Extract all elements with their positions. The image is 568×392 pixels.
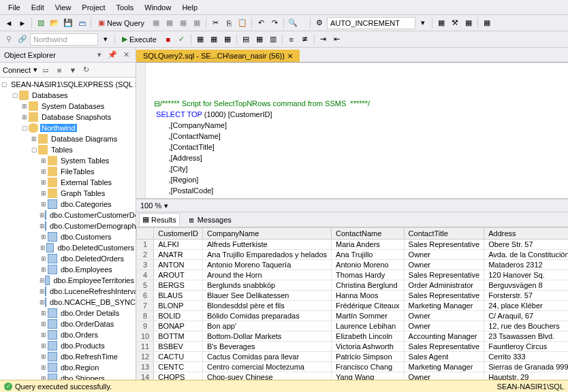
cut-button[interactable]: ✂ [209, 17, 221, 29]
tree-table-item[interactable]: ⊞dbo.Employees [0, 264, 136, 275]
tree-table-item[interactable]: ⊞dbo.NCACHE_DB_SYNC [0, 297, 136, 308]
mdx-query-button[interactable]: ▦ [163, 17, 176, 29]
table-row[interactable]: 10BOTTMBottom-Dollar MarketsElizabeth Li… [137, 331, 569, 342]
sql-editor[interactable]: ⊟/****** Script for SelectTopNRows comma… [136, 63, 568, 199]
menu-project[interactable]: Project [76, 1, 110, 14]
menu-file[interactable]: File [3, 1, 26, 14]
dropdown-icon[interactable]: ▾ [95, 50, 104, 59]
new-item-button[interactable]: ▧ [35, 17, 47, 29]
paste-button[interactable]: 📋 [236, 17, 249, 29]
tree-northwind[interactable]: ▢Northwind [0, 122, 136, 133]
column-header[interactable]: ContactName [332, 228, 405, 240]
menu-view[interactable]: View [50, 1, 77, 14]
tree-table-item[interactable]: ⊞dbo.Shippers [0, 373, 136, 380]
execute-button[interactable]: ▶Execute [118, 33, 161, 45]
dropdown-button[interactable]: ▾ [417, 17, 429, 29]
db-engine-query-button[interactable]: ▦ [150, 17, 162, 29]
tool2-button[interactable]: ⚒ [449, 17, 461, 29]
new-query-button[interactable]: ▣New Query [94, 17, 148, 29]
refresh-button[interactable]: ↻ [81, 65, 92, 76]
tree-table-item[interactable]: ⊞dbo.EmployeeTerritories [0, 275, 136, 286]
stop-button[interactable]: ■ [162, 33, 174, 46]
back-button[interactable]: ◄ [3, 17, 15, 29]
include-plan-button[interactable]: ▦ [208, 33, 220, 46]
xmla-query-button[interactable]: ▦ [191, 17, 203, 29]
open-button[interactable]: 📂 [48, 17, 61, 29]
zoom-level[interactable]: 100 % [140, 201, 161, 210]
table-row[interactable]: 11BSBEVB's BeveragesVictoria AshworthSal… [137, 342, 569, 352]
save-all-button[interactable]: 🗃 [76, 17, 88, 29]
table-row[interactable]: 14CHOPSChop-suey ChineseYang WangOwnerHa… [137, 372, 569, 380]
tree-databases[interactable]: ▢Databases [0, 90, 136, 101]
column-header[interactable]: ContactTitle [404, 228, 484, 240]
tool1-button[interactable]: ▦ [435, 17, 447, 29]
table-row[interactable]: 3ANTONAntonio Moreno TaqueríaAntonio Mor… [137, 260, 569, 270]
change-conn-btn[interactable]: 🔗 [16, 33, 29, 46]
tree-graphtables[interactable]: ⊞Graph Tables [0, 188, 136, 199]
tab-results[interactable]: ▦Results [139, 213, 180, 226]
menu-window[interactable]: Window [139, 1, 176, 14]
table-row[interactable]: 9BONAPBon app'Laurence LebihanOwner12, r… [137, 321, 569, 331]
table-row[interactable]: 5BERGSBerglunds snabbköpChristina Berglu… [137, 280, 569, 291]
column-header[interactable]: Address [484, 228, 568, 240]
database-selector[interactable] [30, 33, 98, 46]
menu-tools[interactable]: Tools [111, 1, 140, 14]
table-row[interactable]: 13CENTCCentro comercial MoctezumaFrancis… [137, 362, 569, 372]
table-row[interactable]: 1ALFKIAlfreds FutterkisteMaria AndersSal… [137, 240, 569, 250]
table-row[interactable]: 2ANATRAna Trujillo Emparedados y helados… [137, 250, 569, 260]
menu-edit[interactable]: Edit [26, 1, 50, 14]
column-header[interactable]: CustomerID [154, 228, 203, 240]
tree-table-item[interactable]: ⊞dbo.Order Details [0, 308, 136, 318]
tree-table-item[interactable]: ⊞dbo.Products [0, 340, 136, 351]
results-text-button[interactable]: ▤ [240, 33, 252, 46]
table-row[interactable]: 4AROUTAround the HornThomas HardySales R… [137, 270, 569, 280]
tree-table-item[interactable]: ⊞dbo.Categories [0, 199, 136, 210]
tree-filetables[interactable]: ⊞FileTables [0, 166, 136, 177]
db-dropdown[interactable]: ▾ [99, 33, 112, 46]
parse-button[interactable]: ✓ [176, 33, 188, 46]
table-row[interactable]: 12CACTUCactus Comidas para llevarPatrici… [137, 352, 569, 362]
table-row[interactable]: 8BOLIDBólido Comidas preparadasMartín So… [137, 311, 569, 321]
tree-exttables[interactable]: ⊞External Tables [0, 177, 136, 188]
tab-messages[interactable]: 🗉Messages [185, 214, 234, 225]
tree-table-item[interactable]: ⊞dbo.CustomerCustomerDe [0, 210, 136, 220]
connect-label[interactable]: Connect [3, 66, 31, 74]
tree-tables[interactable]: ▢Tables [0, 144, 136, 155]
properties-button[interactable]: ⚙ [313, 17, 326, 29]
tree-dbdiagrams[interactable]: ⊞Database Diagrams [0, 133, 136, 144]
menu-help[interactable]: Help [176, 1, 203, 14]
table-row[interactable]: 6BLAUSBlauer See DelikatessenHanna MoosS… [137, 291, 569, 301]
uncomment-button[interactable]: ≢ [299, 33, 311, 46]
tab-sqlquery2[interactable]: SQLQuery2.sql - SE...CH\sean_nasir (56))… [136, 50, 300, 62]
forward-button[interactable]: ► [16, 17, 29, 29]
tree-systables[interactable]: ⊞System Tables [0, 155, 136, 166]
tool3-button[interactable]: ▦ [462, 17, 475, 29]
stop-button[interactable]: ■ [54, 65, 65, 76]
tree-server[interactable]: ▢SEAN-NASIR1\SQLEXPRESS (SQL Ser [0, 79, 136, 90]
comment-button[interactable]: ≡ [285, 33, 298, 46]
connect-btn[interactable]: ⚲ [3, 33, 15, 46]
disconnect-button[interactable]: ⚍ [40, 65, 51, 76]
object-explorer-tree[interactable]: ▢SEAN-NASIR1\SQLEXPRESS (SQL Ser ▢Databa… [0, 78, 136, 380]
indent-button[interactable]: ⇥ [317, 33, 330, 46]
tree-table-item[interactable]: ⊞dbo.DeletedCustomers [0, 242, 136, 253]
dmx-query-button[interactable]: ▦ [177, 17, 189, 29]
tree-table-item[interactable]: ⊞dbo.DeletedOrders [0, 253, 136, 264]
tree-table-item[interactable]: ⊞dbo.Region [0, 362, 136, 373]
live-stats-button[interactable]: ▦ [221, 33, 234, 46]
close-icon[interactable]: ✕ [121, 50, 131, 59]
filter-button[interactable]: ▼ [67, 65, 78, 76]
tree-table-item[interactable]: ⊞dbo.CustomerDemograph [0, 220, 136, 231]
undo-button[interactable]: ↶ [255, 17, 267, 29]
results-grid-button[interactable]: ▦ [253, 33, 266, 46]
column-header[interactable]: CompanyName [202, 228, 331, 240]
tree-table-item[interactable]: ⊞dbo.LuceneRefreshInterva [0, 286, 136, 297]
save-button[interactable]: 💾 [62, 17, 74, 29]
tree-snapshots[interactable]: ⊞Database Snapshots [0, 112, 136, 122]
copy-button[interactable]: ⎘ [223, 17, 235, 29]
zoom-dropdown[interactable]: ▾ [164, 201, 168, 210]
find-button[interactable]: 🔍 [287, 17, 299, 29]
tool4-button[interactable]: ▦ [481, 17, 493, 29]
table-row[interactable]: 7BLONPBlondesddsl père et filsFrédérique… [137, 301, 569, 311]
close-icon[interactable]: ✕ [287, 52, 293, 60]
